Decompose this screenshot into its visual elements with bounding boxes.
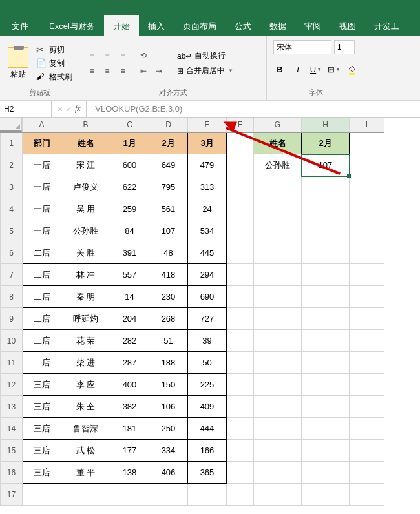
cell[interactable]: [227, 220, 254, 242]
tab-review[interactable]: 审阅: [295, 15, 330, 36]
cell[interactable]: [302, 352, 350, 374]
cell[interactable]: 166: [188, 440, 227, 462]
cell[interactable]: [302, 286, 350, 308]
cell[interactable]: 二店: [23, 308, 61, 330]
cell[interactable]: 534: [188, 220, 227, 242]
tab-page-layout[interactable]: 页面布局: [174, 15, 226, 36]
align-middle-button[interactable]: ≡: [100, 48, 114, 63]
cell[interactable]: [188, 484, 227, 506]
font-size-select[interactable]: [334, 40, 355, 54]
cell[interactable]: [302, 484, 350, 506]
cell[interactable]: 三店: [23, 462, 61, 484]
col-header[interactable]: G: [254, 118, 302, 132]
fx-icon[interactable]: fx: [75, 104, 81, 114]
cell[interactable]: 282: [110, 330, 149, 352]
cell[interactable]: [302, 242, 350, 264]
cell[interactable]: 一店: [23, 176, 61, 198]
cell[interactable]: 2月: [149, 132, 188, 154]
cell[interactable]: 795: [149, 176, 188, 198]
tab-view[interactable]: 视图: [330, 15, 365, 36]
row-header[interactable]: 14: [1, 418, 23, 440]
cell[interactable]: 一店: [23, 154, 61, 176]
row-header[interactable]: 5: [1, 220, 23, 242]
cell[interactable]: 84: [110, 220, 149, 242]
cell[interactable]: 181: [110, 418, 149, 440]
cell[interactable]: 三店: [23, 440, 61, 462]
cell[interactable]: [350, 132, 384, 154]
cell[interactable]: 24: [188, 198, 227, 220]
cell[interactable]: 382: [110, 396, 149, 418]
cell[interactable]: 吴 用: [61, 198, 110, 220]
cell[interactable]: 秦 明: [61, 286, 110, 308]
cell[interactable]: 二店: [23, 352, 61, 374]
cell[interactable]: [302, 440, 350, 462]
font-family-select[interactable]: [273, 40, 331, 54]
col-header[interactable]: E: [188, 118, 227, 132]
cell[interactable]: [227, 418, 254, 440]
tab-file[interactable]: 文件: [0, 15, 40, 36]
cell[interactable]: 关 胜: [61, 242, 110, 264]
row-header[interactable]: 4: [1, 198, 23, 220]
cell[interactable]: 400: [110, 374, 149, 396]
cell[interactable]: 259: [110, 198, 149, 220]
cell[interactable]: 418: [149, 264, 188, 286]
cell[interactable]: 334: [149, 440, 188, 462]
cell[interactable]: 二店: [23, 330, 61, 352]
tab-formula[interactable]: 公式: [226, 15, 260, 36]
cell[interactable]: 294: [188, 264, 227, 286]
cell[interactable]: [302, 330, 350, 352]
row-header[interactable]: 12: [1, 374, 23, 396]
orientation-button[interactable]: ⟲: [136, 48, 151, 63]
cell[interactable]: [254, 308, 302, 330]
cell[interactable]: 600: [110, 154, 149, 176]
borders-button[interactable]: ⊞▼: [326, 62, 342, 76]
cell[interactable]: 柴 进: [61, 352, 110, 374]
cell[interactable]: 朱 仝: [61, 396, 110, 418]
cell[interactable]: [254, 264, 302, 286]
cell[interactable]: 444: [188, 418, 227, 440]
cell[interactable]: [227, 308, 254, 330]
cell[interactable]: 姓名: [254, 132, 302, 154]
cell[interactable]: [302, 176, 350, 198]
row-header[interactable]: 2: [1, 154, 23, 176]
cell[interactable]: 姓名: [61, 132, 110, 154]
cell[interactable]: 卢俊义: [61, 176, 110, 198]
cell[interactable]: [350, 330, 384, 352]
cell[interactable]: 呼延灼: [61, 308, 110, 330]
cell[interactable]: 三店: [23, 418, 61, 440]
cell[interactable]: [254, 440, 302, 462]
cell[interactable]: [302, 396, 350, 418]
cell[interactable]: [227, 242, 254, 264]
cell[interactable]: [350, 418, 384, 440]
cell[interactable]: 107: [149, 220, 188, 242]
cell[interactable]: 二店: [23, 264, 61, 286]
col-header[interactable]: I: [350, 118, 384, 132]
cell[interactable]: [227, 286, 254, 308]
cell[interactable]: [227, 154, 254, 176]
col-header[interactable]: D: [149, 118, 188, 132]
cell[interactable]: 花 荣: [61, 330, 110, 352]
cancel-formula-icon[interactable]: ✕: [57, 105, 63, 114]
paste-button[interactable]: 粘贴: [5, 46, 31, 81]
cell[interactable]: [254, 286, 302, 308]
row-header[interactable]: 16: [1, 462, 23, 484]
cell[interactable]: 1月: [110, 132, 149, 154]
cell[interactable]: 391: [110, 242, 149, 264]
selected-cell[interactable]: 107: [302, 154, 350, 176]
cell[interactable]: 2月: [302, 132, 350, 154]
cell[interactable]: 林 冲: [61, 264, 110, 286]
col-header[interactable]: F: [227, 118, 254, 132]
cell[interactable]: [227, 198, 254, 220]
cell[interactable]: [302, 198, 350, 220]
cell[interactable]: [227, 374, 254, 396]
row-header[interactable]: 7: [1, 264, 23, 286]
cell[interactable]: [350, 374, 384, 396]
cell[interactable]: [302, 308, 350, 330]
cell[interactable]: 409: [188, 396, 227, 418]
cell[interactable]: [61, 484, 110, 506]
row-header[interactable]: 8: [1, 286, 23, 308]
cell[interactable]: [254, 352, 302, 374]
cell[interactable]: 部门: [23, 132, 61, 154]
cell[interactable]: [350, 198, 384, 220]
cell[interactable]: 武 松: [61, 440, 110, 462]
